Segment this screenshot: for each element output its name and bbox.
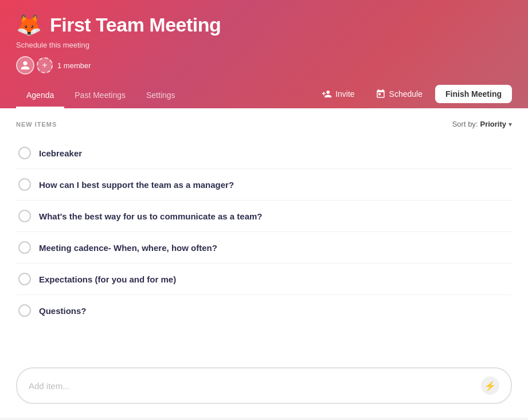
- fox-icon: 🦊: [16, 15, 42, 36]
- schedule-label: Schedule this meeting: [16, 41, 512, 49]
- item-checkbox[interactable]: [18, 273, 31, 285]
- finish-meeting-button[interactable]: Finish Meeting: [435, 85, 512, 103]
- item-text: How can I best support the team as a man…: [39, 180, 234, 190]
- tab-agenda[interactable]: Agenda: [16, 84, 64, 108]
- item-checkbox[interactable]: [18, 304, 31, 317]
- header-top: 🦊 First Team Meeting: [16, 14, 512, 36]
- agenda-item[interactable]: How can I best support the team as a man…: [16, 169, 512, 201]
- add-member-button[interactable]: +: [37, 57, 53, 73]
- agenda-item[interactable]: Expectations (for you and for me): [16, 264, 512, 295]
- nav-actions: Invite Schedule Finish Meeting: [314, 84, 512, 108]
- nav-tabs: Agenda Past Meetings Settings: [16, 84, 186, 108]
- schedule-button[interactable]: Schedule: [367, 84, 431, 104]
- item-checkbox[interactable]: [18, 178, 31, 191]
- sort-key: Priority: [480, 120, 506, 128]
- sort-control[interactable]: Sort by: Priority ▾: [452, 120, 512, 128]
- avatar-group: +: [16, 56, 53, 74]
- agenda-list: Icebreaker How can I best support the te…: [16, 138, 512, 326]
- avatar: [16, 56, 34, 74]
- tab-settings[interactable]: Settings: [136, 84, 186, 108]
- agenda-item[interactable]: Meeting cadence- When, where, how often?: [16, 232, 512, 264]
- chevron-down-icon: ▾: [509, 120, 512, 128]
- lightning-button[interactable]: ⚡: [481, 376, 499, 395]
- invite-icon: [322, 89, 332, 99]
- invite-label: Invite: [335, 89, 354, 99]
- lightning-icon: ⚡: [484, 380, 496, 391]
- item-text: Meeting cadence- When, where, how often?: [39, 243, 217, 253]
- schedule-label: Schedule: [389, 89, 423, 99]
- members-row: + 1 member: [16, 56, 512, 74]
- meeting-title: First Team Meeting: [50, 14, 221, 36]
- add-item-bar: ⚡: [16, 367, 512, 404]
- agenda-item[interactable]: Icebreaker: [16, 138, 512, 169]
- members-count: 1 member: [57, 61, 91, 70]
- add-item-input[interactable]: [29, 381, 475, 391]
- agenda-item[interactable]: What's the best way for us to communicat…: [16, 201, 512, 232]
- sort-prefix: Sort by:: [452, 120, 478, 128]
- item-checkbox[interactable]: [18, 241, 31, 254]
- calendar-icon: [376, 89, 386, 99]
- header: 🦊 First Team Meeting Schedule this meeti…: [0, 0, 528, 108]
- item-checkbox[interactable]: [18, 147, 31, 159]
- invite-button[interactable]: Invite: [314, 84, 362, 104]
- item-text: Icebreaker: [39, 148, 82, 158]
- item-text: Questions?: [39, 306, 87, 316]
- item-text: What's the best way for us to communicat…: [39, 211, 263, 221]
- agenda-item[interactable]: Questions?: [16, 295, 512, 326]
- item-text: Expectations (for you and for me): [39, 274, 176, 284]
- tab-past-meetings[interactable]: Past Meetings: [64, 84, 136, 108]
- item-checkbox[interactable]: [18, 210, 31, 222]
- section-header: NEW ITEMS Sort by: Priority ▾: [16, 120, 512, 128]
- nav-bar: Agenda Past Meetings Settings Invite Sch…: [16, 84, 512, 108]
- section-label: NEW ITEMS: [16, 121, 57, 128]
